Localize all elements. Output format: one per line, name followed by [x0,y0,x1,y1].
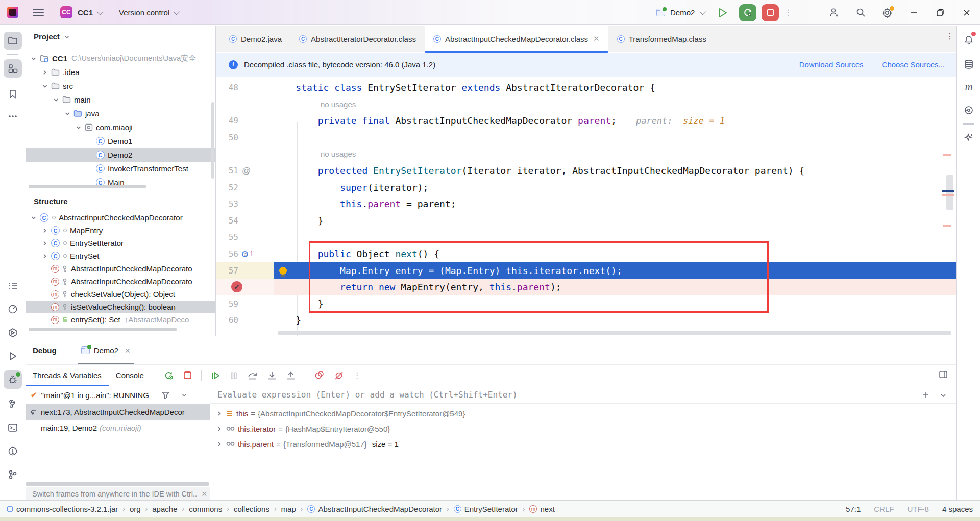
git-tool-icon[interactable] [4,465,22,484]
editor-tab-AbstractIteratorDecorator.class[interactable]: CAbstractIteratorDecorator.class [290,26,425,52]
add-watch-icon[interactable] [921,391,929,399]
filter-icon[interactable] [161,391,170,400]
project-panel-header[interactable]: Project [34,32,70,41]
frames-hscrollbar[interactable] [26,482,209,486]
structure-item[interactable]: CEntrySet [26,250,215,262]
breakpoint-icon[interactable]: ✓ [231,281,242,292]
gradle-icon[interactable] [960,101,978,119]
structure-item[interactable]: CEntrySetIterator [26,237,215,250]
vcs-menu[interactable]: Version control [119,8,169,17]
debug-session-tab[interactable]: Demo2 ✕ [78,336,134,364]
rerun-icon[interactable] [163,370,174,381]
run-tool-icon[interactable] [4,347,22,365]
pause-icon[interactable] [229,371,238,380]
intellij-logo-icon[interactable] [7,7,18,18]
structure-panel-header[interactable]: Structure [34,197,68,206]
step-over-icon[interactable] [247,370,258,381]
editor-hscrollbar[interactable] [278,331,951,335]
breadcrumb-org[interactable]: org [130,505,141,513]
stop-icon[interactable] [183,370,192,380]
project-selector[interactable]: CC1 [78,8,93,17]
structure-item[interactable]: mAbstractInputCheckedMapDecorato [26,275,215,288]
structure-item[interactable]: CMapEntry [26,224,215,237]
editor-tab-Demo2.java[interactable]: CDemo2.java [220,26,290,52]
editor-tab-AbstractInputCheckedMapDecorator.class[interactable]: CAbstractInputCheckedMapDecorator.class✕ [425,26,608,52]
ai-assistant-icon[interactable] [960,129,978,147]
more-actions-icon[interactable] [784,11,787,14]
variable-row-this[interactable]: this={AbstractInputCheckedMapDecorator$E… [210,406,956,421]
add-user-icon[interactable] [821,0,847,25]
breadcrumb-next[interactable]: mnext [529,505,554,513]
search-icon[interactable] [847,0,874,25]
problems-tool-icon[interactable] [4,442,22,460]
structure-tool-icon[interactable] [4,59,22,78]
services-tool-icon[interactable] [4,324,22,342]
tab-options-icon[interactable] [946,35,949,37]
debug-tab-Console[interactable]: Console [109,365,151,386]
project-tree-item-src[interactable]: src [26,79,215,93]
project-tree-item-.idea[interactable]: .idea [26,65,215,79]
breadcrumb-apache[interactable]: apache [152,505,177,513]
maven-icon[interactable]: m [960,78,978,96]
todo-tool-icon[interactable] [4,277,22,295]
structure-item[interactable]: mentrySet(): Set↑AbstractMapDeco [26,313,215,326]
debug-panel-title[interactable]: Debug [33,346,57,355]
project-badge[interactable]: CC [60,6,72,18]
restore-button[interactable] [927,0,953,25]
thread-selector[interactable]: ✔ "main"@1 in g...ain": RUNNING [26,387,210,403]
project-tree-item-com.miaoji[interactable]: com.miaoji [26,120,215,134]
close-hint-icon[interactable]: ✕ [201,490,207,498]
download-sources-link[interactable]: Download Sources [799,60,864,69]
view-breakpoints-icon[interactable] [314,370,325,381]
indent-setting[interactable]: 4 spaces [942,505,973,513]
breadcrumb-AbstractInputCheckedMapDecorator[interactable]: CAbstractInputCheckedMapDecorator [307,505,442,513]
editor-tab-TransformedMap.class[interactable]: CTransformedMap.class [608,26,715,52]
database-icon[interactable] [960,55,978,73]
project-hscrollbar[interactable] [29,185,146,188]
close-tab-icon[interactable]: ✕ [593,34,600,43]
breadcrumb-collections[interactable]: collections [234,505,270,513]
code-editor[interactable]: 48 static class EntrySetIterator extends… [216,77,956,336]
build-tool-icon[interactable] [4,395,22,413]
resume-icon[interactable] [210,370,220,381]
evaluate-expression-input[interactable]: Evaluate expression (Enter) or add a wat… [210,386,956,404]
line-ending[interactable]: CRLF [874,505,894,513]
breadcrumb-map[interactable]: map [281,505,296,513]
notifications-icon[interactable] [960,31,978,49]
structure-item[interactable]: misSetValueChecking(): boolean [26,301,215,313]
chevron-down-icon[interactable] [940,392,947,399]
structure-item[interactable]: mcheckSetValue(Object): Object [26,288,215,301]
project-tree-item-Demo1[interactable]: CDemo1 [26,134,215,148]
minimize-button[interactable] [900,0,927,25]
project-tool-icon[interactable] [4,32,22,50]
run-config-selector[interactable]: Demo2 [670,8,695,17]
more-icon[interactable] [353,374,356,377]
breadcrumb-commons[interactable]: commons [189,505,222,513]
step-into-icon[interactable] [267,370,277,381]
debug-tool-icon[interactable] [4,370,22,389]
bookmarks-tool-icon[interactable] [4,85,22,103]
chevron-down-icon[interactable] [181,392,187,398]
breadcrumb-EntrySetIterator[interactable]: CEntrySetIterator [454,505,518,513]
main-menu-icon[interactable] [33,9,44,16]
project-tree-item-InvokerTransformerTest[interactable]: CInvokerTransformerTest [26,162,215,176]
stack-frame[interactable]: main:19, Demo2(com.miaoji) [26,420,210,436]
project-tree-item-java[interactable]: java [26,107,215,120]
profiler-tool-icon[interactable] [4,300,22,318]
rerun-debug-button[interactable] [739,4,756,21]
step-out-icon[interactable] [286,370,296,381]
mute-breakpoints-icon[interactable] [334,370,345,381]
structure-item[interactable]: mAbstractInputCheckedMapDecorato [26,262,215,275]
variable-row-this.iterator[interactable]: this.iterator={HashMap$EntryIterator@550… [210,421,956,436]
run-button[interactable] [718,7,728,18]
close-session-icon[interactable]: ✕ [125,346,131,355]
layout-settings-icon[interactable] [939,370,948,381]
debug-tab-Threads & Variables[interactable]: Threads & Variables [26,365,109,386]
breadcrumb-commons-collections-3.2.1.jar[interactable]: commons-collections-3.2.1.jar [7,505,118,513]
encoding[interactable]: UTF-8 [907,505,929,513]
variable-row-this.parent[interactable]: this.parent={TransformedMap@517}size = 1 [210,436,956,452]
more-tools-icon[interactable] [4,107,22,126]
structure-hscrollbar[interactable] [29,328,177,331]
project-tree-item-CC1[interactable]: CC1C:\Users\miaoj\Documents\Java安全 [26,52,215,65]
close-button[interactable] [953,0,980,25]
